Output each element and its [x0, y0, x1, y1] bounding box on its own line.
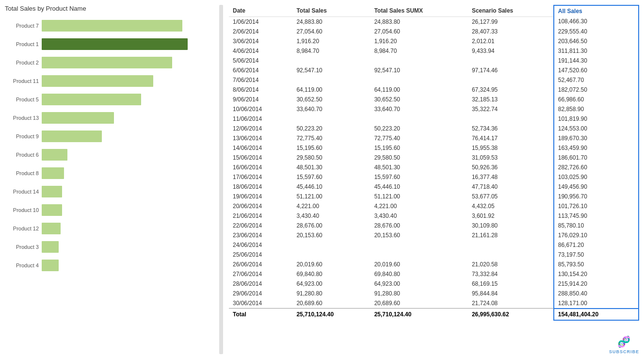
- cell-sumx: [370, 250, 468, 260]
- cell-date: 30/06/2014: [229, 298, 292, 309]
- cell-sumx: [370, 114, 468, 124]
- table-row: 19/06/201451,121.0051,121.0053,677.05190…: [229, 192, 639, 201]
- cell-sumx: [370, 240, 468, 250]
- bar-track: [42, 241, 213, 253]
- cell-sumx: 50,223.20: [370, 124, 468, 133]
- cell-sumx: [370, 56, 468, 65]
- cell-sumx: 64,119.00: [370, 85, 468, 95]
- cell-scenario: [468, 75, 554, 85]
- table-row: 20/06/20144,221.004,221.004,432.05101,72…: [229, 201, 639, 211]
- cell-all-sales: 288,850.40: [554, 289, 639, 298]
- cell-sumx: 27,054.60: [370, 27, 468, 36]
- cell-scenario: [468, 250, 554, 260]
- table-row: 2/06/201427,054.6027,054.6028,407.33229,…: [229, 27, 639, 36]
- cell-total-sales: 15,195.60: [292, 143, 370, 153]
- table-row: 6/06/201492,547.1092,547.1097,174.46147,…: [229, 65, 639, 75]
- cell-date: 7/06/2014: [229, 75, 292, 85]
- bar-row: Product 12: [5, 221, 213, 236]
- cell-date: 1/06/2014: [229, 16, 292, 27]
- table-row: 15/06/201429,580.5029,580.5031,059.53186…: [229, 153, 639, 163]
- bar-label: Product 1: [5, 41, 39, 47]
- cell-all-sales: 85,780.10: [554, 221, 639, 230]
- cell-all-sales: 108,466.30: [554, 16, 639, 27]
- table-row: 10/06/201433,640.7033,640.7035,322.7482,…: [229, 104, 639, 114]
- data-table: Date Total Sales Total Sales SUMX Scenar…: [229, 5, 639, 321]
- cell-total-sales: 69,840.80: [292, 269, 370, 279]
- cell-scenario: 2,012.01: [468, 36, 554, 46]
- table-row: 17/06/201415,597.6015,597.6016,377.48103…: [229, 172, 639, 182]
- cell-scenario: 4,432.05: [468, 201, 554, 211]
- cell-scenario: 53,677.05: [468, 192, 554, 201]
- cell-all-sales: 215,914.20: [554, 279, 639, 289]
- table-row: 9/06/201430,652.5030,652.5032,185.1366,9…: [229, 95, 639, 104]
- bar-label: Product 9: [5, 133, 39, 139]
- cell-date: 23/06/2014: [229, 230, 292, 240]
- cell-all-sales: 73,197.50: [554, 250, 639, 260]
- table-row: 24/06/201486,671.20: [229, 240, 639, 250]
- cell-total-sales: 8,984.70: [292, 46, 370, 56]
- table-row: 22/06/201428,676.0028,676.0030,109.8085,…: [229, 221, 639, 230]
- bar-label: Product 3: [5, 244, 39, 250]
- table-row: 8/06/201464,119.0064,119.0067,324.95182,…: [229, 85, 639, 95]
- cell-scenario: 16,377.48: [468, 172, 554, 182]
- cell-all-sales: 176,029.10: [554, 230, 639, 240]
- cell-all-sales: 182,072.50: [554, 85, 639, 95]
- total-sumx-value: 25,710,124.40: [370, 309, 468, 320]
- bar-label: Product 10: [5, 207, 39, 213]
- bar-fill: [42, 260, 59, 271]
- cell-total-sales: 29,580.50: [292, 153, 370, 163]
- panel-divider[interactable]: [219, 5, 223, 354]
- cell-total-sales: 64,119.00: [292, 85, 370, 95]
- cell-scenario: 35,322.74: [468, 104, 554, 114]
- table-row: 3/06/20141,916.201,916.202,012.01203,646…: [229, 36, 639, 46]
- cell-date: 3/06/2014: [229, 36, 292, 46]
- cell-scenario: [468, 56, 554, 65]
- cell-scenario: 68,169.15: [468, 279, 554, 289]
- cell-total-sales: 20,689.60: [292, 298, 370, 309]
- cell-sumx: 8,984.70: [370, 46, 468, 56]
- cell-date: 8/06/2014: [229, 85, 292, 95]
- bar-row: Product 9: [5, 129, 213, 144]
- cell-total-sales: 3,430.40: [292, 211, 370, 221]
- cell-all-sales: 186,601.70: [554, 153, 639, 163]
- total-scenario-value: 26,995,630.62: [468, 309, 554, 320]
- bar-fill: [42, 131, 102, 142]
- cell-all-sales: 130,154.20: [554, 269, 639, 279]
- cell-date: 21/06/2014: [229, 211, 292, 221]
- cell-sumx: 45,446.10: [370, 182, 468, 192]
- bar-row: Product 7: [5, 18, 213, 33]
- cell-date: 2/06/2014: [229, 27, 292, 36]
- total-all-sales-value: 154,481,404.20: [554, 309, 639, 320]
- cell-date: 19/06/2014: [229, 192, 292, 201]
- cell-date: 13/06/2014: [229, 133, 292, 143]
- cell-sumx: 1,916.20: [370, 36, 468, 46]
- table-row: 30/06/201420,689.6020,689.6021,724.08128…: [229, 298, 639, 309]
- cell-total-sales: 92,547.10: [292, 65, 370, 75]
- cell-scenario: 32,185.13: [468, 95, 554, 104]
- bar-fill: [42, 57, 172, 68]
- cell-date: 18/06/2014: [229, 182, 292, 192]
- cell-date: 4/06/2014: [229, 46, 292, 56]
- cell-sumx: 20,019.60: [370, 260, 468, 269]
- bar-track: [42, 260, 213, 271]
- table-row: 23/06/201420,153.6020,153.6021,161.28176…: [229, 230, 639, 240]
- cell-sumx: 4,221.00: [370, 201, 468, 211]
- cell-all-sales: 163,459.90: [554, 143, 639, 153]
- cell-sumx: 51,121.00: [370, 192, 468, 201]
- cell-all-sales: 86,671.20: [554, 240, 639, 250]
- bar-label: Product 4: [5, 262, 39, 268]
- bar-fill: [42, 20, 182, 32]
- bar-track: [42, 204, 213, 216]
- table-row: 28/06/201464,923.0064,923.0068,169.15215…: [229, 279, 639, 289]
- cell-all-sales: 147,520.60: [554, 65, 639, 75]
- table-panel[interactable]: Date Total Sales Total Sales SUMX Scenar…: [229, 5, 639, 354]
- bar-fill: [42, 223, 61, 234]
- cell-total-sales: 20,153.60: [292, 230, 370, 240]
- cell-date: 26/06/2014: [229, 260, 292, 269]
- bar-label: Product 2: [5, 60, 39, 65]
- bar-track: [42, 94, 213, 105]
- bar-track: [42, 167, 213, 179]
- cell-date: 14/06/2014: [229, 143, 292, 153]
- cell-date: 24/06/2014: [229, 240, 292, 250]
- cell-sumx: 15,195.60: [370, 143, 468, 153]
